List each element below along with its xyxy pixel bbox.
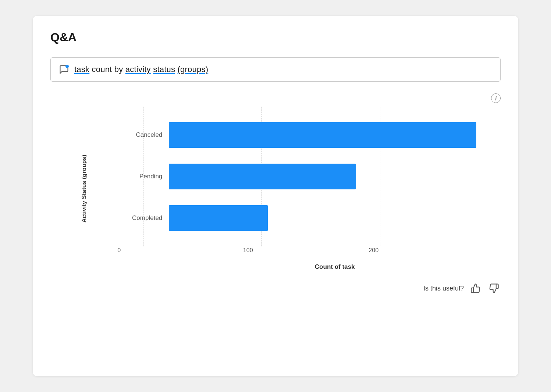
y-axis-label: Activity Status (groups): [81, 155, 88, 222]
x-tick-200: 200: [369, 247, 378, 254]
bar-track-1: [169, 164, 501, 189]
bar-0: [169, 122, 476, 148]
x-tick-0: 0: [117, 247, 121, 254]
x-tick-100: 100: [243, 247, 253, 254]
query-word-groups: (groups): [178, 65, 209, 74]
useful-label: Is this useful?: [423, 285, 464, 292]
x-axis-title: Count of task: [121, 263, 501, 271]
info-icon-row: i: [50, 93, 501, 103]
chart-container: Activity Status (groups) CanceledPending…: [50, 107, 501, 271]
query-word-task: task: [74, 65, 89, 74]
bar-track-2: [169, 205, 501, 231]
bar-label-1: Pending: [121, 173, 169, 180]
thumbs-up-icon: [470, 283, 481, 293]
bar-label-0: Canceled: [121, 131, 169, 139]
bar-row-canceled: Canceled: [121, 115, 501, 155]
bar-label-2: Completed: [121, 214, 169, 222]
bar-2: [169, 205, 268, 231]
x-ticks-container: 0100200: [121, 247, 501, 260]
bar-row-pending: Pending: [121, 156, 501, 197]
bar-row-completed: Completed: [121, 198, 501, 238]
y-axis-label-container: Activity Status (groups): [50, 107, 118, 271]
query-word-activity: activity: [125, 65, 151, 74]
info-icon[interactable]: i: [491, 93, 501, 103]
query-box[interactable]: task count by activity status (groups): [50, 57, 501, 82]
chart-plot: CanceledPendingCompleted: [121, 107, 501, 246]
bar-1: [169, 164, 355, 189]
query-dot: [65, 65, 69, 68]
bar-track-0: [169, 122, 501, 148]
thumbs-up-button[interactable]: [469, 282, 482, 295]
bars-area: CanceledPendingCompleted: [121, 107, 501, 246]
query-word-status: status: [153, 65, 175, 74]
card: Q&A task count by activity status (group…: [33, 16, 518, 376]
useful-row: Is this useful?: [50, 282, 501, 295]
thumbs-down-button[interactable]: [487, 282, 501, 295]
chat-icon: [59, 64, 69, 75]
chart-inner: CanceledPendingCompleted 0100200 Count o…: [121, 107, 501, 271]
query-text: task count by activity status (groups): [74, 65, 208, 74]
page-title: Q&A: [50, 31, 501, 44]
thumbs-down-icon: [489, 283, 499, 293]
